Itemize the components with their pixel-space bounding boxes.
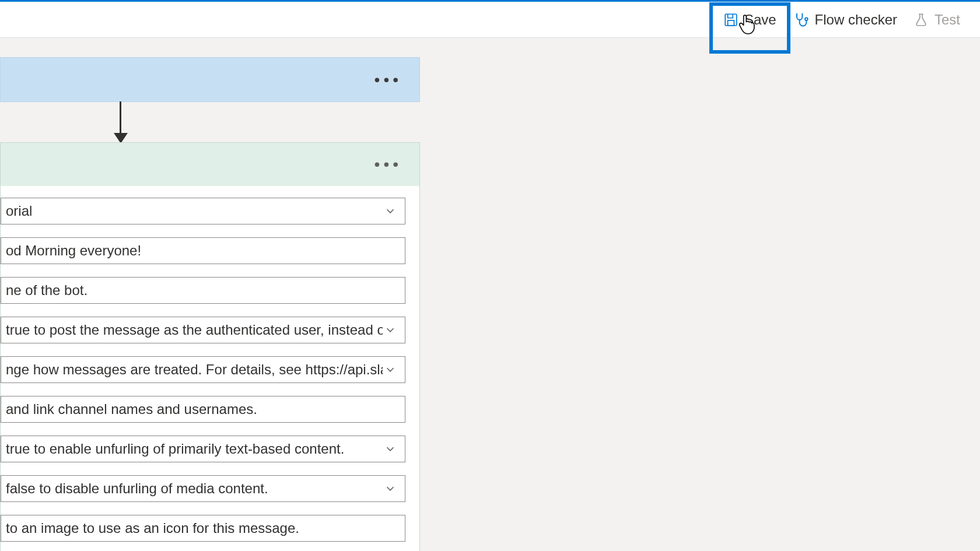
flow-checker-label: Flow checker [815,12,897,28]
field-text: false to disable unfurling of media cont… [6,480,383,497]
trigger-card-menu[interactable]: ••• [374,71,402,89]
svg-point-2 [805,17,808,20]
field-text: and link channel names and usernames. [6,401,398,417]
flask-icon [914,12,929,27]
connector-arrow [120,101,121,142]
svg-rect-1 [727,20,734,26]
field-text: od Morning everyone! [6,243,398,259]
action-card[interactable]: ••• orial od Morning everyone! [0,142,420,551]
test-label: Test [935,12,960,28]
flow-canvas[interactable]: ••• ••• orial [0,38,980,551]
unfurl-media-select[interactable]: false to disable unfurling of media cont… [1,475,405,502]
chevron-down-icon [383,205,398,217]
chevron-down-icon [383,482,398,495]
save-button-label: Save [744,12,776,28]
icon-url-input[interactable]: to an image to use as an icon for this m… [1,515,405,542]
test-button[interactable]: Test [905,6,968,34]
flow-checker-button[interactable]: Flow checker [785,6,905,34]
field-text: true to enable unfurling of primarily te… [6,441,383,457]
action-form: orial od Morning everyone! ne of the bot… [1,186,419,551]
message-text-input[interactable]: od Morning everyone! [1,237,405,264]
chevron-down-icon [383,443,398,455]
save-button[interactable]: Save [715,6,785,34]
action-card-menu[interactable]: ••• [374,155,402,174]
save-icon [723,12,738,27]
ellipsis-icon: ••• [374,155,402,173]
field-text: ne of the bot. [6,282,398,299]
action-card-header[interactable]: ••• [1,143,419,186]
trigger-card[interactable]: ••• [0,57,420,102]
bot-name-input[interactable]: ne of the bot. [1,277,405,304]
field-text: orial [6,203,383,219]
unfurl-links-select[interactable]: true to enable unfurling of primarily te… [1,436,405,462]
chevron-down-icon [383,324,398,336]
field-text: to an image to use as an icon for this m… [6,520,398,536]
stethoscope-icon [793,12,809,28]
editor-toolbar: Save Flow checker Test [0,2,980,38]
ellipsis-icon: ••• [374,71,402,89]
chevron-down-icon [383,363,398,376]
parse-mode-select[interactable]: nge how messages are treated. For detail… [1,356,405,383]
channel-select[interactable]: orial [1,198,405,224]
svg-rect-0 [725,14,737,26]
field-text: true to post the message as the authenti… [6,322,383,338]
field-text: nge how messages are treated. For detail… [6,362,383,378]
post-as-user-select[interactable]: true to post the message as the authenti… [1,317,405,343]
link-names-input[interactable]: and link channel names and usernames. [1,396,405,423]
